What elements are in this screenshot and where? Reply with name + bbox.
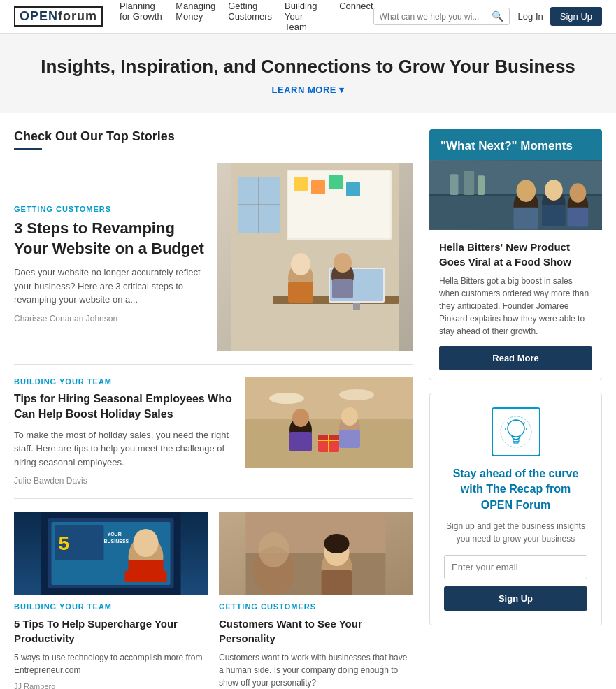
svg-rect-71 (514, 442, 518, 443)
svg-point-18 (334, 253, 352, 273)
story-3-author: JJ Ramberg (14, 682, 208, 689)
story-2-category[interactable]: BUILDING YOUR TEAM (14, 377, 234, 386)
svg-point-28 (341, 407, 358, 426)
story-2-desc: To make the most of holiday sales, you n… (14, 428, 234, 470)
svg-rect-62 (514, 208, 539, 230)
story-1-author: Charisse Conanan Johnson (14, 314, 206, 324)
svg-rect-8 (329, 175, 343, 189)
story-3-illustration: msnbc 5 YOUR BUSINESS (14, 512, 208, 595)
svg-rect-7 (311, 180, 325, 194)
story-3-desc: 5 ways to use technology to accomplish m… (14, 651, 208, 676)
chevron-down-icon: ▾ (339, 85, 345, 95)
newsletter-icon (492, 407, 540, 456)
main-nav: OPENforum Planning for Growth Managing M… (0, 0, 616, 34)
newsletter-desc: Sign up and get the business insights yo… (444, 520, 587, 545)
site-logo[interactable]: OPENforum (14, 6, 103, 27)
svg-rect-29 (339, 430, 360, 448)
what-next-card: "What Next?" Moments (429, 129, 602, 380)
hero-section: Insights, Inspiration, and Connections t… (0, 34, 616, 113)
svg-point-53 (259, 532, 289, 567)
read-more-button[interactable]: Read More (439, 346, 592, 370)
svg-point-23 (339, 389, 374, 400)
svg-text:5: 5 (59, 532, 70, 554)
story-1-category[interactable]: GETTING CUSTOMERS (14, 205, 206, 213)
lightbulb-icon (499, 414, 533, 449)
auth-buttons: Log In Sign Up (518, 7, 602, 26)
hero-title: Insights, Inspiration, and Connections t… (14, 56, 602, 78)
learn-more-link[interactable]: LEARN MORE ▾ (272, 85, 345, 95)
story-1: GETTING CUSTOMERS 3 Steps to Revamping Y… (14, 163, 413, 365)
stories-grid: msnbc 5 YOUR BUSINESS BUILDING YOUR TEAM (14, 512, 413, 689)
nav-links: Planning for Growth Managing Money Getti… (120, 1, 373, 32)
search-input[interactable] (380, 12, 492, 22)
story-4-desc: Customers want to work with businesses t… (219, 651, 413, 689)
svg-rect-9 (346, 182, 360, 196)
svg-rect-43 (129, 560, 164, 581)
story-2-image[interactable] (245, 377, 413, 486)
search-box: 🔍 (373, 8, 510, 25)
svg-rect-13 (353, 303, 360, 310)
svg-line-73 (507, 423, 508, 423)
story-1-illustration (231, 163, 399, 351)
left-column: Check Out Our Top Stories GETTING CUSTOM… (14, 129, 413, 689)
svg-text:YOUR: YOUR (108, 532, 122, 537)
story-2: BUILDING YOUR TEAM Tips for Hiring Seaso… (14, 377, 413, 499)
svg-point-67 (570, 183, 587, 203)
story-1-title[interactable]: 3 Steps to Revamping Your Website on a B… (14, 219, 206, 259)
what-next-title[interactable]: Hella Bitters' New Product Goes Viral at… (439, 240, 592, 269)
nav-building[interactable]: Building Your Team (285, 1, 327, 32)
login-button[interactable]: Log In (518, 11, 543, 22)
svg-rect-16 (288, 282, 313, 303)
newsletter-signup-button[interactable]: Sign Up (444, 586, 587, 611)
right-column: "What Next?" Moments (429, 129, 602, 689)
what-next-illustration (429, 160, 602, 230)
svg-point-15 (291, 253, 310, 275)
story-4: GETTING CUSTOMERS Customers Want to See … (219, 512, 413, 689)
story-1-desc: Does your website no longer accurately r… (14, 266, 206, 307)
story-3-category[interactable]: BUILDING YOUR TEAM (14, 602, 208, 611)
newsletter-card: Stay ahead of the curve with The Recap f… (429, 393, 602, 625)
svg-point-69 (508, 420, 524, 437)
svg-rect-68 (568, 208, 589, 227)
nav-getting[interactable]: Getting Customers (228, 1, 272, 32)
svg-point-61 (516, 180, 536, 202)
story-2-illustration (245, 377, 413, 468)
svg-rect-50 (322, 570, 352, 595)
nav-managing[interactable]: Managing Money (176, 1, 215, 32)
section-title: Check Out Our Top Stories (14, 129, 413, 144)
what-next-body: Hella Bitters' New Product Goes Viral at… (429, 230, 602, 380)
story-4-image[interactable] (219, 512, 413, 595)
story-4-illustration (219, 512, 413, 595)
svg-rect-59 (478, 175, 485, 195)
search-icon[interactable]: 🔍 (492, 10, 503, 22)
story-2-author: Julie Bawden Davis (14, 476, 234, 486)
story-2-content: BUILDING YOUR TEAM Tips for Hiring Seaso… (14, 377, 234, 486)
what-next-image[interactable] (429, 160, 602, 230)
newsletter-email-input[interactable] (444, 555, 587, 579)
svg-rect-26 (289, 432, 312, 451)
svg-point-22 (269, 393, 304, 404)
main-container: Check Out Our Top Stories GETTING CUSTOM… (0, 113, 616, 689)
signup-button[interactable]: Sign Up (550, 7, 602, 26)
story-2-title[interactable]: Tips for Hiring Seasonal Employees Who C… (14, 391, 234, 423)
svg-text:BUSINESS: BUSINESS (104, 539, 129, 544)
story-3-title[interactable]: 5 Tips To Help Supercharge Your Producti… (14, 616, 208, 646)
nav-planning[interactable]: Planning for Growth (120, 1, 163, 32)
svg-point-25 (292, 409, 309, 427)
story-1-image[interactable] (217, 163, 413, 351)
svg-rect-65 (542, 205, 566, 226)
svg-point-64 (545, 180, 563, 201)
what-next-header: "What Next?" Moments (429, 129, 602, 160)
newsletter-title: Stay ahead of the curve with The Recap f… (444, 466, 587, 513)
nav-connect[interactable]: Connect (339, 1, 373, 32)
story-4-title[interactable]: Customers Want to See Your Personality (219, 616, 413, 646)
story-3: msnbc 5 YOUR BUSINESS BUILDING YOUR TEAM (14, 512, 208, 689)
svg-point-51 (324, 534, 350, 553)
svg-rect-6 (294, 177, 308, 191)
story-3-image[interactable]: msnbc 5 YOUR BUSINESS (14, 512, 208, 595)
svg-rect-58 (464, 171, 474, 195)
svg-rect-19 (332, 279, 353, 298)
story-4-category[interactable]: GETTING CUSTOMERS (219, 602, 413, 611)
svg-rect-57 (450, 174, 459, 195)
svg-line-74 (524, 423, 525, 423)
